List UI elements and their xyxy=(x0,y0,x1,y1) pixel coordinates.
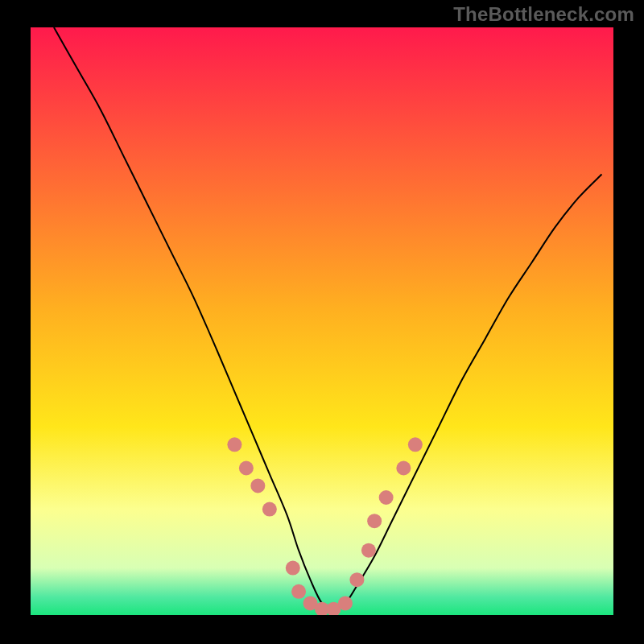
curve-marker xyxy=(379,490,394,505)
gradient-background xyxy=(31,27,613,615)
curve-marker xyxy=(239,461,254,476)
curve-marker xyxy=(250,478,265,493)
curve-marker xyxy=(286,561,300,576)
curve-marker xyxy=(291,584,306,599)
curve-marker xyxy=(338,596,353,610)
curve-marker xyxy=(408,437,423,452)
watermark-text: TheBottleneck.com xyxy=(453,3,634,26)
curve-marker xyxy=(367,514,382,528)
curve-marker xyxy=(361,543,376,558)
curve-marker xyxy=(349,572,364,587)
curve-marker xyxy=(227,437,242,452)
chart-stage: TheBottleneck.com xyxy=(0,0,644,644)
curve-marker xyxy=(262,502,277,517)
chart-svg xyxy=(0,0,644,644)
curve-marker xyxy=(396,461,411,476)
